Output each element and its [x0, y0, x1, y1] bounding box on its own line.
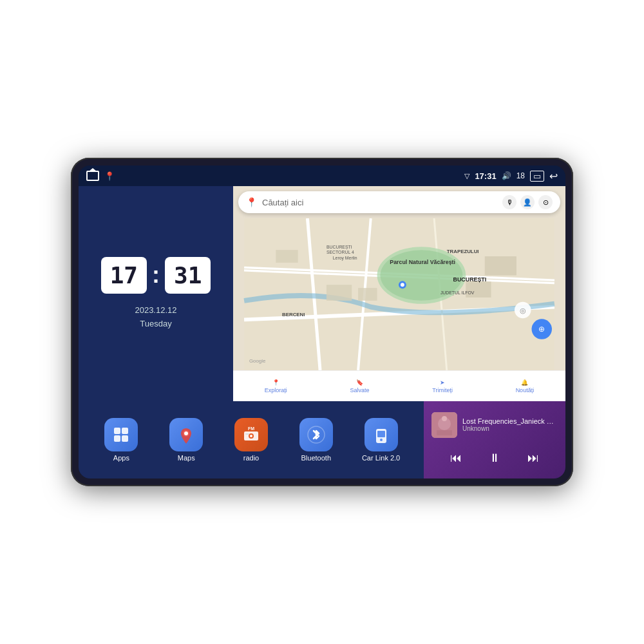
svg-point-43	[380, 439, 383, 441]
account-icon[interactable]: 👤	[520, 195, 535, 209]
svg-text:TRAPEZULUI: TRAPEZULUI	[447, 249, 479, 254]
svg-text:Google: Google	[249, 358, 266, 364]
clock-date-value: 2023.12.12	[135, 304, 176, 317]
home-icon[interactable]	[86, 171, 99, 181]
svg-rect-31	[114, 435, 120, 442]
music-title: Lost Frequencies_Janieck Devy-...	[462, 417, 558, 425]
bluetooth-label: Bluetooth	[301, 454, 331, 462]
map-search-text[interactable]: Căutați aici	[262, 198, 497, 207]
svg-rect-38	[245, 433, 249, 435]
radio-icon: FM	[234, 418, 268, 451]
svg-rect-11	[276, 250, 298, 263]
map-panel[interactable]: 📍 Căutați aici 🎙 👤 ⊙	[233, 186, 565, 401]
prev-button[interactable]: ⏮	[448, 449, 464, 468]
clock-display: 17 : 31	[101, 257, 211, 294]
svg-point-46	[442, 416, 447, 421]
svg-rect-9	[327, 285, 352, 301]
news-icon: 🔔	[521, 379, 528, 386]
saved-label: Salvate	[350, 387, 370, 393]
music-text: Lost Frequencies_Janieck Devy-... Unknow…	[462, 417, 558, 432]
svg-rect-32	[122, 435, 128, 442]
play-pause-button[interactable]: ⏸	[486, 449, 503, 468]
app-item-bluetooth[interactable]: Bluetooth	[297, 418, 336, 462]
app-item-maps[interactable]: Maps	[167, 418, 205, 462]
map-bottom-bar: 📍 Explorați 🔖 Salvate ➤ Trimiteți 🔔	[233, 370, 565, 401]
svg-rect-42	[377, 431, 385, 437]
clock-day: Tuesday	[135, 317, 176, 331]
maps-icon	[169, 418, 203, 451]
svg-text:◎: ◎	[520, 307, 526, 314]
status-right: ▽ 17:31 🔊 18 ▭ ↩	[464, 170, 558, 182]
svg-rect-30	[122, 428, 128, 434]
clock-date: 2023.12.12 Tuesday	[135, 304, 176, 331]
back-button[interactable]: ↩	[549, 170, 558, 182]
car-display-device: 📍 ▽ 17:31 🔊 18 ▭ ↩ 17 : 31	[71, 158, 573, 486]
radio-label: radio	[243, 454, 259, 462]
volume-icon: 🔊	[502, 171, 511, 180]
saved-icon: 🔖	[356, 379, 363, 386]
app-item-radio[interactable]: FM radio	[232, 418, 270, 462]
map-search-bar[interactable]: 📍 Căutați aici 🎙 👤 ⊙	[238, 191, 560, 213]
news-label: Noutăți	[516, 387, 535, 393]
svg-point-37	[250, 435, 252, 437]
clock-hours: 17	[101, 257, 147, 294]
svg-point-23	[401, 283, 404, 287]
clock-colon: :	[152, 261, 160, 289]
carlink-icon	[365, 418, 398, 451]
clock-minutes: 31	[165, 257, 211, 294]
app-item-apps[interactable]: Apps	[102, 418, 140, 462]
map-content: Parcul Natural Văcărești TRAPEZULUI BUCU…	[233, 218, 565, 370]
map-search-actions: 🎙 👤 ⊙	[502, 195, 553, 209]
svg-rect-29	[114, 428, 120, 434]
send-icon: ➤	[440, 379, 445, 386]
status-bar: 📍 ▽ 17:31 🔊 18 ▭ ↩	[79, 166, 565, 186]
carlink-label: Car Link 2.0	[362, 454, 400, 462]
music-controls: ⏮ ⏸ ⏭	[431, 449, 558, 468]
music-info-row: Lost Frequencies_Janieck Devy-... Unknow…	[431, 412, 558, 438]
layers-icon[interactable]: ⊙	[538, 195, 553, 209]
svg-text:BERCENI: BERCENI	[282, 312, 305, 317]
svg-point-34	[184, 431, 188, 435]
apps-icon	[104, 418, 138, 451]
google-maps-logo: 📍	[246, 197, 257, 207]
app-launcher: Apps Maps	[79, 401, 424, 478]
svg-text:Parcul Natural Văcărești: Parcul Natural Văcărești	[390, 259, 455, 265]
music-artist: Unknown	[462, 425, 558, 432]
app-item-carlink[interactable]: Car Link 2.0	[362, 418, 401, 462]
volume-level: 18	[516, 171, 525, 180]
clock-panel: 17 : 31 2023.12.12 Tuesday	[79, 186, 233, 401]
map-nav-explore[interactable]: 📍 Explorați	[265, 379, 287, 393]
map-nav-news[interactable]: 🔔 Noutăți	[516, 379, 535, 393]
status-time: 17:31	[475, 171, 496, 181]
signal-icon: ▽	[464, 172, 469, 180]
top-row: 17 : 31 2023.12.12 Tuesday 📍 Căutați aic…	[79, 186, 565, 401]
map-nav-saved[interactable]: 🔖 Salvate	[350, 379, 370, 393]
battery-icon: ▭	[530, 171, 544, 182]
svg-rect-13	[466, 281, 491, 298]
explore-icon: 📍	[272, 379, 279, 386]
send-label: Trimiteți	[432, 387, 453, 393]
svg-rect-47	[437, 430, 452, 435]
map-nav-send[interactable]: ➤ Trimiteți	[432, 379, 453, 393]
music-thumbnail	[431, 412, 457, 438]
bluetooth-icon	[299, 418, 333, 451]
apps-label: Apps	[113, 454, 129, 462]
main-content: 17 : 31 2023.12.12 Tuesday 📍 Căutați aic…	[79, 186, 565, 478]
svg-text:JUDEȚUL ILFOV: JUDEȚUL ILFOV	[440, 290, 475, 296]
next-button[interactable]: ⏭	[525, 449, 542, 468]
status-left: 📍	[86, 171, 115, 181]
explore-label: Explorați	[265, 387, 287, 393]
svg-text:FM: FM	[248, 426, 254, 431]
svg-text:BUCUREȘTI: BUCUREȘTI	[327, 245, 352, 250]
svg-rect-10	[358, 288, 377, 301]
svg-text:SECTORUL 4: SECTORUL 4	[327, 250, 354, 254]
svg-text:⊕: ⊕	[538, 325, 545, 334]
maps-label: Maps	[178, 454, 195, 462]
microphone-icon[interactable]: 🎙	[502, 195, 516, 209]
maps-shortcut-icon[interactable]: 📍	[104, 171, 115, 181]
device-screen: 📍 ▽ 17:31 🔊 18 ▭ ↩ 17 : 31	[79, 166, 565, 478]
svg-rect-12	[485, 256, 516, 276]
bottom-row: Apps Maps	[79, 401, 565, 478]
svg-text:BUCUREȘTI: BUCUREȘTI	[453, 276, 487, 283]
music-player: Lost Frequencies_Janieck Devy-... Unknow…	[424, 401, 565, 478]
